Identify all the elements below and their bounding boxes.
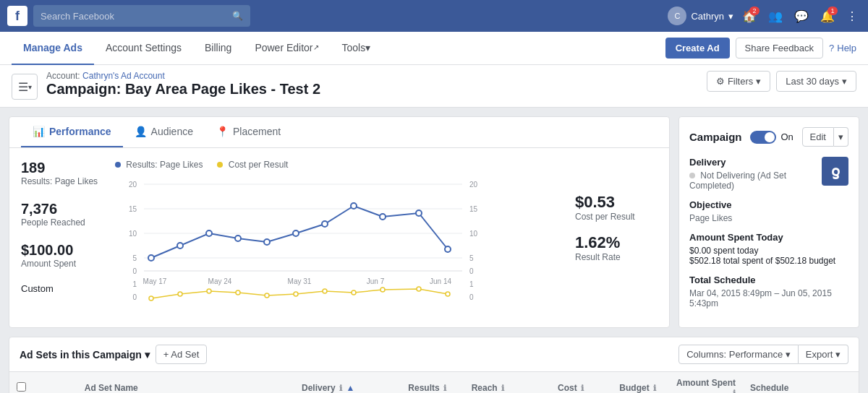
share-feedback-button[interactable]: Share Feedback xyxy=(736,38,823,59)
page-title: Campaign: Bay Area Page Likes - Test 2 xyxy=(46,81,698,98)
cost-legend: Cost per Result xyxy=(217,160,288,170)
svg-point-17 xyxy=(206,230,212,236)
results-value: 189 xyxy=(21,160,103,176)
svg-point-40 xyxy=(417,287,421,291)
svg-point-16 xyxy=(177,243,183,249)
schedule-value: Mar 04, 2015 8:49pm – Jun 05, 2015 5:43p… xyxy=(689,288,848,308)
chevron-down-icon: ▾ xyxy=(786,349,791,360)
nav-power-editor[interactable]: Power Editor ↗ xyxy=(243,32,330,65)
edit-dropdown-button[interactable]: ▾ xyxy=(834,127,848,147)
delivery-info-icon: ℹ xyxy=(339,384,342,392)
messages-button[interactable]: 💬 xyxy=(791,7,812,26)
account-link[interactable]: Cathryn's Ad Account xyxy=(82,71,165,81)
home-badge: 2 xyxy=(749,7,760,15)
svg-text:May 24: May 24 xyxy=(208,277,232,285)
reach-stat: 7,376 People Reached xyxy=(21,201,103,228)
svg-point-24 xyxy=(416,210,422,216)
svg-point-20 xyxy=(293,230,299,236)
top-navigation: f 🔍 C Cathryn ▾ 🏠 2 👥 💬 🔔 1 ⋮ xyxy=(0,0,868,32)
results-label: Results: Page Likes xyxy=(21,176,103,186)
schedule-section: Total Schedule Mar 04, 2015 8:49pm – Jun… xyxy=(689,275,848,308)
breadcrumb-content: Account: Cathryn's Ad Account Campaign: … xyxy=(46,71,698,98)
select-all-checkbox[interactable] xyxy=(17,382,26,392)
objective-value: Page Likes xyxy=(689,213,848,223)
svg-point-33 xyxy=(207,289,211,293)
svg-text:5: 5 xyxy=(132,254,137,262)
svg-point-31 xyxy=(149,296,153,301)
filters-button[interactable]: ⚙ Filters ▾ xyxy=(707,71,770,92)
external-link-icon: ↗ xyxy=(313,43,319,51)
date-range-button[interactable]: Last 30 days ▾ xyxy=(776,71,856,92)
reach-info-icon: ℹ xyxy=(501,384,504,392)
list-icon: ☰ xyxy=(18,80,28,94)
nav-right: C Cathryn ▾ 🏠 2 👥 💬 🔔 1 ⋮ xyxy=(668,7,861,26)
breadcrumb: ☰ ▾ Account: Cathryn's Ad Account Campai… xyxy=(0,65,868,108)
campaign-toggle[interactable] xyxy=(750,131,776,144)
nav-account-settings[interactable]: Account Settings xyxy=(94,32,193,65)
svg-point-32 xyxy=(178,292,182,296)
notifications-button[interactable]: 🔔 1 xyxy=(817,7,838,26)
svg-text:20: 20 xyxy=(469,181,478,189)
filter-icon: ⚙ xyxy=(716,76,725,87)
svg-point-36 xyxy=(294,292,298,296)
chevron-down-icon: ▾ xyxy=(835,349,841,360)
svg-point-21 xyxy=(322,221,328,227)
breadcrumb-right: ⚙ Filters ▾ Last 30 days ▾ xyxy=(707,71,856,92)
columns-button[interactable]: Columns: Performance ▾ xyxy=(678,345,799,364)
breadcrumb-line: Account: Cathryn's Ad Account xyxy=(46,71,698,81)
reach-label: People Reached xyxy=(21,217,103,228)
campaign-title: Campaign xyxy=(689,131,742,143)
nav-manage-ads[interactable]: Manage Ads xyxy=(12,32,94,65)
results-info-icon: ℹ xyxy=(443,384,446,392)
friends-button[interactable]: 👥 xyxy=(765,7,786,26)
table-header-row: Ad Set Name Delivery ℹ ▲ Results ℹ Reach… xyxy=(9,372,859,393)
edit-button[interactable]: Edit xyxy=(802,127,834,147)
user-menu[interactable]: C Cathryn ▾ xyxy=(668,7,733,25)
toggle-thumb xyxy=(765,132,775,142)
spent-stat: $100.00 Amount Spent xyxy=(21,242,103,269)
svg-point-38 xyxy=(352,290,356,295)
search-input[interactable] xyxy=(41,11,228,22)
tab-audience[interactable]: 👤 Audience xyxy=(123,117,205,147)
svg-point-23 xyxy=(380,214,386,220)
ad-sets-right: Columns: Performance ▾ Export ▾ xyxy=(678,345,848,364)
svg-point-41 xyxy=(446,292,450,296)
svg-text:10: 10 xyxy=(469,230,478,238)
amount-spent-section: Amount Spent Today $0.00 spent today $50… xyxy=(689,232,848,266)
back-button[interactable]: ☰ ▾ xyxy=(12,74,38,100)
add-adset-button[interactable]: + Ad Set xyxy=(156,345,208,364)
chevron-down-icon: ▾ xyxy=(145,349,150,360)
svg-text:5: 5 xyxy=(469,254,474,262)
svg-text:0: 0 xyxy=(469,293,474,301)
budget-info-icon: ℹ xyxy=(653,384,656,392)
tab-placement[interactable]: 📍 Placement xyxy=(205,117,292,147)
tab-performance[interactable]: 📊 Performance xyxy=(21,117,123,147)
svg-point-37 xyxy=(323,289,327,293)
settings-button[interactable]: ⋮ xyxy=(843,7,861,26)
svg-text:10: 10 xyxy=(129,230,137,238)
nav-billing[interactable]: Billing xyxy=(193,32,243,65)
home-button[interactable]: 🏠 2 xyxy=(739,7,760,26)
page-logo: ƍ xyxy=(822,157,848,186)
svg-text:15: 15 xyxy=(469,205,478,213)
objective-section: Objective Page Likes xyxy=(689,199,848,223)
export-button[interactable]: Export ▾ xyxy=(799,345,848,364)
svg-point-15 xyxy=(148,255,154,261)
nav-tools[interactable]: Tools ▾ xyxy=(331,32,383,65)
create-ad-button[interactable]: Create Ad xyxy=(665,38,730,59)
col-name: Ad Set Name xyxy=(77,372,294,393)
search-bar[interactable]: 🔍 xyxy=(33,5,250,27)
rr-label: Result Rate xyxy=(575,252,658,262)
schedule-title: Total Schedule xyxy=(689,275,848,285)
spent-value: $100.00 xyxy=(21,242,103,259)
performance-panel: 📊 Performance 👤 Audience 📍 Placement 189… xyxy=(9,116,670,328)
help-button[interactable]: ? Help xyxy=(829,38,856,59)
sub-nav-actions: Create Ad Share Feedback ? Help xyxy=(665,38,856,59)
col-reach: Reach ℹ xyxy=(454,372,511,393)
chart-legend: Results: Page Likes Cost per Result xyxy=(115,160,563,170)
account-label: Account: xyxy=(46,71,80,81)
delivery-sort-icon[interactable]: ▲ xyxy=(346,383,354,393)
ad-sets-title[interactable]: Ad Sets in this Campaign ▾ xyxy=(20,349,150,360)
svg-text:0: 0 xyxy=(132,267,137,275)
avatar: C xyxy=(668,7,686,25)
